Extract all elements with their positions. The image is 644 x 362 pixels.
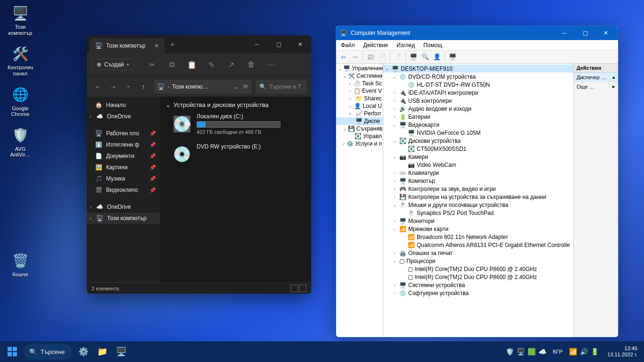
sidebar-this-pc[interactable]: 🖥️Този компютър [87, 213, 160, 224]
taskbar-clock[interactable]: 13:45 13.11.2022 г. [603, 346, 641, 357]
pin-icon[interactable]: 📌 [149, 187, 156, 193]
cm-tree-item[interactable]: ›👤Local U [336, 102, 383, 110]
device-tree-item[interactable]: 💽CT500MX500SSD1 [383, 145, 573, 153]
cm-tree-item[interactable]: ⌄🖥️Управление н [336, 65, 383, 72]
group-header[interactable]: ⌄Устройства и дискови устройства [165, 101, 305, 108]
sidebar-onedrive-2[interactable]: ☁️OneDrive [87, 201, 160, 213]
maximize-button[interactable]: ▢ [268, 35, 289, 53]
tray-icon[interactable]: 🟩 [528, 348, 536, 355]
taskbar-app-icon[interactable]: 🖥️ [112, 343, 131, 360]
share-button[interactable]: ↗ [223, 57, 240, 72]
expand-icon[interactable]: › [392, 115, 397, 119]
desktop-icon[interactable]: 🗑️Кошче [3, 251, 38, 278]
menu-action[interactable]: Действие [363, 42, 388, 49]
device-tree-item[interactable]: ⌄🖥️Видеокарти [383, 121, 573, 129]
taskbar-explorer-icon[interactable]: 📁 [93, 343, 112, 360]
start-button[interactable] [3, 343, 22, 360]
device-tree-item[interactable]: 📶Qualcomm Atheros AR8131 PCI-E Gigabit E… [383, 241, 573, 249]
tab-close-icon[interactable]: ✕ [154, 42, 159, 49]
explorer-tab[interactable]: 🖥️ Този компютър ✕ [90, 38, 165, 53]
desktop-icon[interactable]: 🛡️AVGAntiVir… [3, 126, 38, 158]
device-tree-item[interactable]: ⌄🖱️Мишки и други посочващи устройства [383, 201, 573, 209]
expand-icon[interactable]: ⌄ [392, 139, 397, 143]
expand-icon[interactable]: › [392, 195, 397, 199]
pin-icon[interactable]: 📌 [149, 142, 156, 148]
expand-icon[interactable]: › [392, 179, 397, 183]
sidebar-pinned-item[interactable]: 🖼️Картини📌 [87, 162, 160, 173]
expand-icon[interactable]: › [349, 96, 354, 101]
cm-tree-item[interactable]: 🖥️Диспе [336, 117, 383, 125]
expand-icon[interactable]: ⌄ [392, 259, 397, 263]
device-tree-item[interactable]: ▢Intel(R) Core(TM)2 Duo CPU P8600 @ 2.40… [383, 265, 573, 273]
expand-icon[interactable]: › [392, 171, 397, 175]
device-tree-item[interactable]: ›🖨️Опашки за печат [383, 249, 573, 257]
sidebar-pinned-item[interactable]: 🎬Видеоклипо📌 [87, 184, 160, 196]
expand-icon[interactable]: ⌄ [343, 126, 347, 132]
new-tab-button[interactable]: ＋ [165, 40, 181, 49]
menu-file[interactable]: Файл [341, 42, 355, 49]
taskbar-settings-icon[interactable]: ⚙️ [74, 343, 93, 360]
expand-icon[interactable]: › [392, 99, 397, 103]
expand-icon[interactable]: › [392, 251, 397, 255]
back-button[interactable]: ← [91, 83, 105, 90]
sidebar-home[interactable]: 🏠Начало [87, 99, 160, 111]
cm-tree-item[interactable]: ⌄💾Съхраняв [336, 125, 383, 132]
desktop-icon[interactable]: 🌐GoogleChrome [3, 85, 38, 117]
new-button[interactable]: ⊕ Създай ▾ [91, 59, 134, 70]
device-tree-item[interactable]: ⌄💿DVD/CD-ROM устройства [383, 73, 573, 81]
expand-icon[interactable]: ⌄ [392, 203, 397, 207]
cm-tree-item[interactable]: ›📁Sharec [336, 95, 383, 102]
cm-tree-item[interactable]: ›📈Perforr [336, 110, 383, 117]
chevron-down-icon[interactable]: ⌄ [234, 83, 239, 90]
actions-more[interactable]: Още …▸ [574, 82, 618, 91]
language-indicator[interactable]: БГР [551, 349, 565, 354]
tb-icon[interactable]: 📄 [377, 52, 388, 62]
device-tree-item[interactable]: ›🔌IDE ATA/ATAPI контролери [383, 89, 573, 97]
address-field[interactable]: 🖥️ › Този компю… ⌄ ⟳ [154, 80, 252, 94]
device-tree-item[interactable]: ›⌨️Клавиатури [383, 169, 573, 177]
battery-icon[interactable]: 🔋 [591, 348, 599, 355]
expand-icon[interactable]: ⌄ [338, 66, 342, 71]
desktop-icon[interactable]: 🖥️Тозикомпютър [3, 4, 38, 36]
tray-icon[interactable]: ☁️ [538, 348, 546, 355]
system-tray[interactable]: 🛡️ 🖥️ 🟩 ☁️ [503, 348, 549, 355]
device-tree-item[interactable]: ›🖥️Монитори [383, 217, 573, 225]
close-button[interactable]: ✕ [289, 35, 311, 53]
close-button[interactable]: ✕ [595, 26, 616, 40]
cm-tree-item[interactable]: ›📋Event V [336, 87, 383, 95]
expand-icon[interactable]: › [392, 107, 397, 111]
expand-icon[interactable]: › [392, 283, 397, 288]
expand-icon[interactable]: ⌄ [392, 74, 397, 79]
expand-icon[interactable]: › [349, 104, 353, 109]
device-tree-item[interactable]: 💿HL-DT-ST DVD+-RW GT50N [383, 81, 573, 89]
cm-tree-item[interactable]: ›⏱️Task Sc [336, 80, 383, 87]
sidebar-pinned-item[interactable]: ⬇️Изтеглени ф📌 [87, 139, 160, 150]
tb-icon[interactable]: 🔍 [420, 52, 430, 62]
sidebar-pinned-item[interactable]: 🖥️Работен пло📌 [87, 128, 160, 139]
expand-icon[interactable]: ⌄ [392, 123, 397, 127]
menu-view[interactable]: Изглед [396, 42, 415, 49]
delete-button[interactable]: 🗑 [243, 57, 260, 72]
expand-icon[interactable]: › [343, 141, 345, 147]
device-tree-item[interactable]: ›🖥️Компютър [383, 177, 573, 185]
pin-icon[interactable]: 📌 [149, 176, 156, 182]
sidebar-onedrive[interactable]: ☁️OneDrive [87, 111, 160, 122]
more-button[interactable]: ⋯ [263, 57, 280, 72]
pin-icon[interactable]: 📌 [149, 165, 156, 171]
desktop-icon[interactable]: 🛠️Контроленпанел [3, 44, 38, 76]
actions-item[interactable]: Диспечер …▴ [574, 73, 618, 82]
tb-icon[interactable]: 🖥️ [408, 52, 419, 62]
tb-icon[interactable]: 👤 [432, 52, 442, 62]
taskbar-search[interactable]: 🔍 Търсене [24, 344, 72, 360]
tray-icon[interactable]: 🖥️ [517, 348, 525, 355]
device-tree-item[interactable]: ⌄🖥️DESKTOP-MIEF910 [383, 65, 573, 73]
device-tree-item[interactable]: 🖱️Synaptics PS/2 Port TouchPad [383, 209, 573, 217]
cm-tree-item[interactable]: ⌄🛠️Системни [336, 72, 383, 80]
minimize-button[interactable]: ─ [554, 26, 575, 40]
device-tree-item[interactable]: ›🎮Контролери за звук, видео и игри [383, 185, 573, 193]
explorer-titlebar[interactable]: 🖥️ Този компютър ✕ ＋ ─ ▢ ✕ [87, 35, 311, 53]
sys-icons[interactable]: 📶 🔊 🔋 [566, 348, 602, 355]
chevron-down-icon[interactable]: ⌄ [122, 83, 135, 90]
cm-tree-item[interactable]: 💽Управл [336, 132, 383, 140]
expand-icon[interactable]: › [349, 81, 352, 86]
